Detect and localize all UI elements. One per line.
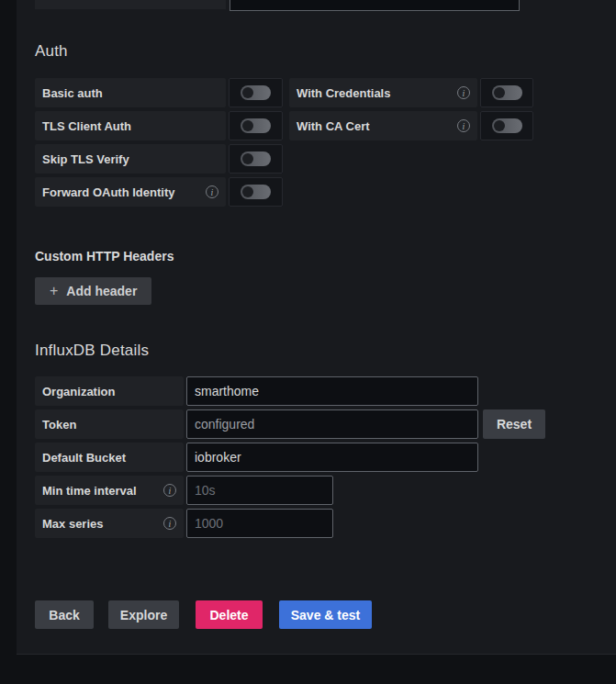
- info-icon[interactable]: i: [163, 517, 176, 530]
- cutoff-field-label: [35, 0, 226, 9]
- toggle-pill: [241, 151, 271, 166]
- delete-button[interactable]: Delete: [196, 600, 263, 629]
- basic-auth-label: Basic auth: [35, 78, 226, 107]
- max-series-label: Max series i: [35, 509, 184, 538]
- tls-client-auth-label-text: TLS Client Auth: [42, 119, 131, 133]
- skip-tls-verify-toggle[interactable]: [229, 144, 283, 174]
- toggle-knob: [242, 87, 253, 98]
- info-icon[interactable]: i: [457, 86, 470, 99]
- toggle-knob: [242, 186, 253, 197]
- max-series-label-text: Max series: [42, 517, 104, 531]
- with-ca-cert-label: With CA Cert i: [289, 111, 477, 140]
- info-icon[interactable]: i: [206, 185, 218, 198]
- toggle-knob: [494, 87, 505, 98]
- default-bucket-label-text: Default Bucket: [42, 451, 126, 465]
- min-time-interval-label-text: Min time interval: [42, 484, 137, 498]
- organization-label-text: Organization: [42, 385, 115, 398]
- organization-label: Organization: [35, 376, 184, 406]
- min-time-interval-label: Min time interval i: [35, 476, 184, 505]
- add-header-button-label: Add header: [66, 284, 137, 298]
- default-bucket-label: Default Bucket: [35, 443, 184, 472]
- min-time-interval-input[interactable]: [186, 476, 333, 505]
- forward-oauth-identity-label: Forward OAuth Identity i: [35, 177, 226, 207]
- with-ca-cert-toggle[interactable]: [480, 111, 533, 140]
- tls-client-auth-label: TLS Client Auth: [35, 111, 226, 140]
- toggle-knob: [242, 120, 253, 131]
- token-label: Token: [35, 409, 184, 439]
- token-reset-button[interactable]: Reset: [483, 409, 545, 439]
- forward-oauth-identity-toggle[interactable]: [229, 177, 283, 207]
- tls-client-auth-toggle[interactable]: [229, 111, 283, 140]
- default-bucket-input[interactable]: [186, 443, 478, 472]
- datasource-settings-page: Auth Basic auth With Credentials i TLS C…: [0, 0, 616, 684]
- toggle-pill: [241, 85, 271, 100]
- with-credentials-toggle[interactable]: [480, 78, 533, 107]
- plus-icon: +: [50, 283, 58, 299]
- auth-section-heading: Auth: [35, 42, 68, 61]
- with-credentials-label-text: With Credentials: [297, 86, 390, 100]
- basic-auth-label-text: Basic auth: [42, 86, 103, 100]
- toggle-pill: [492, 118, 522, 133]
- info-icon[interactable]: i: [457, 119, 470, 132]
- influxdb-details-heading: InfluxDB Details: [35, 342, 149, 360]
- max-series-input[interactable]: [186, 509, 333, 538]
- organization-input[interactable]: [186, 376, 478, 406]
- toggle-pill: [241, 118, 271, 133]
- add-header-button[interactable]: + Add header: [35, 277, 151, 305]
- info-icon[interactable]: i: [163, 484, 176, 497]
- custom-http-headers-heading: Custom HTTP Headers: [35, 249, 174, 264]
- toggle-knob: [494, 120, 505, 131]
- skip-tls-verify-label-text: Skip TLS Verify: [42, 152, 129, 166]
- token-label-text: Token: [42, 418, 76, 432]
- toggle-pill: [492, 85, 522, 100]
- token-input[interactable]: [186, 409, 478, 439]
- back-button[interactable]: Back: [35, 600, 94, 629]
- save-and-test-button[interactable]: Save & test: [279, 600, 372, 629]
- cutoff-field-input[interactable]: [230, 0, 520, 11]
- with-credentials-label: With Credentials i: [289, 78, 477, 107]
- forward-oauth-identity-label-text: Forward OAuth Identity: [42, 185, 174, 199]
- toggle-knob: [242, 153, 253, 164]
- settings-content-panel: Auth Basic auth With Credentials i TLS C…: [17, 0, 616, 655]
- basic-auth-toggle[interactable]: [229, 78, 283, 107]
- with-ca-cert-label-text: With CA Cert: [297, 119, 370, 133]
- toggle-pill: [241, 185, 271, 199]
- skip-tls-verify-label: Skip TLS Verify: [35, 144, 226, 174]
- explore-button[interactable]: Explore: [108, 600, 179, 629]
